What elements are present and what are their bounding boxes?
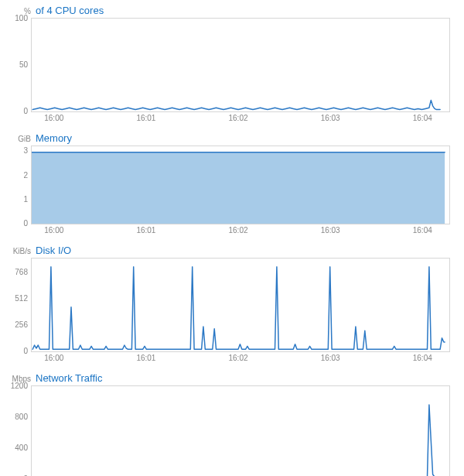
chart-y-axis: 04008001200: [8, 385, 31, 476]
chart-x-tick: 16:04: [413, 226, 432, 235]
chart-plot-row: 0256512768: [8, 258, 450, 352]
chart-panel: KiB/sDisk I/O025651276816:0016:0116:0216…: [8, 245, 450, 363]
chart-plot-area: [31, 18, 450, 112]
chart-x-tick: 16:01: [136, 226, 155, 235]
chart-y-tick: 768: [15, 267, 28, 276]
chart-x-axis: 16:0016:0116:0216:0316:04: [31, 224, 450, 235]
chart-header: GiBMemory: [8, 132, 450, 144]
chart-plot-row: 0123: [8, 146, 450, 224]
chart-y-tick: 1: [23, 194, 28, 203]
chart-y-tick: 2: [23, 170, 28, 179]
chart-header: KiB/sDisk I/O: [8, 245, 450, 256]
chart-title: Disk I/O: [36, 245, 71, 256]
chart-x-tick: 16:03: [321, 114, 340, 122]
chart-plot-area: [31, 258, 450, 352]
chart-x-tick: 16:03: [321, 354, 340, 362]
chart-y-axis: 0123: [8, 146, 31, 223]
chart-y-tick: 3: [23, 146, 28, 155]
chart-x-tick: 16:01: [136, 114, 155, 122]
chart-y-tick: 0: [23, 107, 28, 115]
chart-plot-row: 04008001200: [8, 385, 450, 476]
chart-x-tick: 16:00: [44, 354, 63, 362]
chart-y-tick: 0: [23, 347, 28, 355]
chart-y-tick: 0: [23, 219, 28, 228]
chart-y-tick: 400: [15, 443, 28, 452]
chart-title: Network Traffic: [36, 372, 102, 384]
chart-y-tick: 50: [19, 60, 28, 69]
chart-header: MbpsNetwork Traffic: [8, 372, 450, 384]
chart-x-tick: 16:02: [229, 226, 248, 235]
chart-x-tick: 16:02: [229, 114, 248, 122]
chart-x-tick: 16:00: [44, 114, 63, 122]
chart-title: of 4 CPU cores: [36, 5, 104, 16]
chart-x-axis: 16:0016:0116:0216:0316:04: [31, 112, 450, 123]
chart-y-axis: 050100: [8, 18, 31, 111]
chart-x-tick: 16:01: [136, 354, 155, 362]
chart-plot-area: [31, 385, 450, 476]
chart-unit-label: KiB/s: [8, 247, 36, 255]
chart-y-tick: 1200: [11, 382, 28, 390]
chart-y-axis: 0256512768: [8, 258, 31, 351]
chart-x-tick: 16:02: [229, 354, 248, 362]
chart-y-tick: 256: [15, 320, 28, 328]
chart-x-tick: 16:04: [413, 354, 432, 362]
chart-x-tick: 16:04: [413, 114, 432, 122]
chart-header: %of 4 CPU cores: [8, 5, 450, 16]
chart-x-axis: 16:0016:0116:0216:0316:04: [31, 352, 450, 363]
chart-y-tick: 100: [15, 14, 28, 22]
chart-y-tick: 800: [15, 413, 28, 421]
chart-x-tick: 16:00: [44, 226, 63, 235]
chart-plot-area: [31, 146, 450, 224]
chart-panel: %of 4 CPU cores05010016:0016:0116:0216:0…: [8, 5, 450, 123]
chart-y-tick: 512: [15, 293, 28, 302]
metrics-dashboard: %of 4 CPU cores05010016:0016:0116:0216:0…: [0, 0, 464, 476]
chart-title: Memory: [36, 132, 72, 144]
chart-panel: GiBMemory012316:0016:0116:0216:0316:04: [8, 132, 450, 235]
chart-x-tick: 16:03: [321, 226, 340, 235]
chart-plot-row: 050100: [8, 18, 450, 112]
chart-panel: MbpsNetwork Traffic0400800120016:0016:01…: [8, 372, 450, 476]
chart-unit-label: GiB: [8, 135, 36, 143]
